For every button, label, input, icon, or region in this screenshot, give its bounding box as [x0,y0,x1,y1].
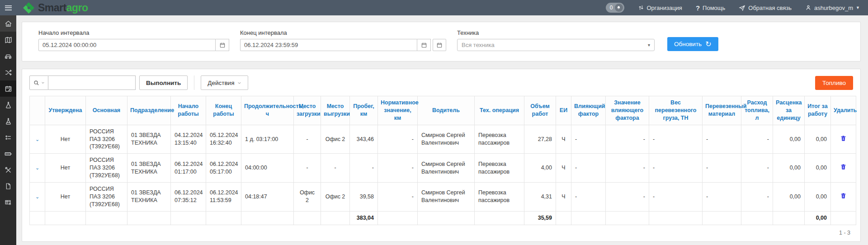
col-total: Итог за работу [805,96,831,125]
sidebar-item-home[interactable] [0,15,16,32]
cell-start: 06.12.2024 07:35:12 [171,182,206,211]
vehicle-field: Техника Вся техника ▾ [457,29,655,51]
execute-button[interactable]: Выполнить [139,75,188,90]
col-rate: Расценка за единицу [773,96,805,125]
list-settings-icon [5,134,12,141]
col-factor: Влияющий фактор [571,96,606,125]
cell-unit: Ч [556,182,571,211]
row-expander-icon[interactable]: ⌄ [35,137,39,142]
user-icon [805,5,811,11]
cell-factor-value: - [606,154,649,183]
table-row: ⌄ Нет РОССИЯ ПАЗ 3206 (Т392УЕ68) 01 ЗВЕЗ… [30,154,856,183]
total-volume: 35,59 [524,211,556,225]
feedback-label: Обратная связь [748,5,792,11]
sidebar-item-lab[interactable] [0,113,16,129]
cell-volume: 4,00 [524,154,556,183]
col-unload-place: Место выгрузки [321,96,350,125]
col-duration: Продолжительность, ч [241,96,294,125]
search-icon [33,80,40,86]
cell-end: 06.12.2024 05:17:00 [206,154,241,183]
end-calendar-button-2[interactable] [433,39,446,51]
sidebar-item-maintenance[interactable] [0,162,16,178]
cell-driver: Смирнов Сергей Валентинович [418,125,475,154]
search-options-button[interactable] [29,75,48,90]
delete-row-button[interactable] [840,163,847,170]
trash-icon [840,135,847,142]
cell-load-place: - [294,154,321,183]
fuel-button[interactable]: Топливо [815,76,853,90]
end-calendar-button[interactable] [417,39,431,51]
start-interval-field: Начало интервала [38,29,229,51]
cell-rate: 0,00 [773,125,805,154]
cell-total: 0,00 [805,154,831,183]
cell-department: 01 ЗВЕЗДА ТЕХНИКА [127,154,171,183]
end-interval-label: Конец интервала [240,29,446,36]
map-icon [5,36,12,44]
end-date-input[interactable] [240,39,417,51]
cell-department: 01 ЗВЕЗДА ТЕХНИКА [127,125,171,154]
cell-norm: - [378,182,418,211]
totals-row: 383,04 35,59 0,00 [30,211,856,225]
col-delete: Удалить [831,96,856,125]
cell-unit: Ч [556,154,571,183]
notifications-button[interactable]: 0 [606,3,624,13]
col-material: Перевезенный материал [703,96,741,125]
cell-approved: Нет [45,125,86,154]
brand-logo: Smartagro [23,2,88,14]
hamburger-menu-icon[interactable] [0,0,16,15]
refresh-button[interactable]: Обновить ↻ [667,37,718,51]
col-end: Конец работы [206,96,241,125]
vehicle-select[interactable]: Вся техника ▾ [457,39,655,51]
cell-factor-value: - [606,182,649,211]
row-expander-icon[interactable]: ⌄ [35,165,39,170]
tools-icon [5,166,12,174]
total-mileage: 383,04 [350,211,378,225]
document-icon [5,183,12,190]
col-vehicle: Основная [86,96,127,125]
cell-approved: Нет [45,182,86,211]
feedback-menu[interactable]: Обратная связь [739,5,792,11]
sidebar-item-map[interactable] [0,32,16,48]
col-load-place: Место загрузки [294,96,321,125]
chevron-down-icon [41,81,45,85]
sidebar-item-worklog[interactable] [0,80,16,97]
header-row: Утверждена Основная Подразделение Начало… [30,96,856,125]
sidebar-item-documents[interactable] [0,178,16,194]
search-input[interactable] [48,75,136,90]
sidebar-item-equipment[interactable] [0,146,16,162]
delete-row-button[interactable] [840,192,847,199]
sidebar-item-routes[interactable] [0,64,16,80]
refresh-label: Обновить [674,41,702,47]
delete-row-button[interactable] [840,135,847,142]
start-calendar-button[interactable] [216,39,229,51]
cell-driver: Смирнов Сергей Валентинович [418,154,475,183]
cell-duration: 1 д. 03:17:00 [241,125,294,154]
sidebar-item-experiments[interactable] [0,97,16,113]
smartagro-logo-icon [23,2,35,14]
username-label: ashurbegov_m [814,5,853,11]
cell-mileage: - [350,154,378,183]
cell-unit: Ч [556,125,571,154]
help-menu[interactable]: ? Помощь [696,4,725,12]
actions-button[interactable]: Действия [201,75,248,90]
sidebar-item-vehicles[interactable] [0,48,16,64]
pagination: 1 - 3 [29,225,853,239]
start-date-input[interactable] [38,39,216,51]
sidebar-item-reports[interactable] [0,194,16,211]
cell-total: 0,00 [805,182,831,211]
cell-operation: Перевозка пассажиров [475,182,524,211]
organization-menu[interactable]: Организация [638,5,682,11]
shuffle-icon [5,69,12,76]
col-driver: Водитель [418,96,475,125]
cell-fuel: - [741,182,773,211]
trash-icon [840,163,847,170]
sidebar-item-parameters[interactable] [0,129,16,146]
cell-fuel: - [741,125,773,154]
cell-mileage: 343,46 [350,125,378,154]
trash-icon [840,192,847,199]
row-expander-icon[interactable]: ⌄ [35,194,39,199]
table-pointer-icon [5,199,12,207]
user-menu[interactable]: ashurbegov_m ▼ [805,5,860,11]
cell-volume: 27,28 [524,125,556,154]
cell-vehicle: РОССИЯ ПАЗ 3206 (Т392УЕ68) [86,182,127,211]
